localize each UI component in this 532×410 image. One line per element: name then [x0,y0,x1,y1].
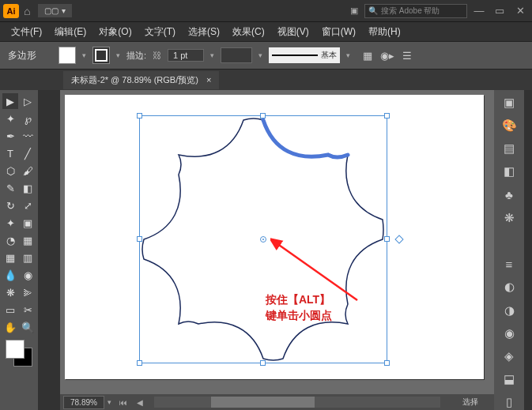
artboard-tool[interactable]: ▭ [2,302,18,318]
handle-tm[interactable] [260,113,266,118]
menu-effect[interactable]: 效果(C) [226,23,271,41]
hand-tool[interactable]: ✋ [2,319,18,335]
status-bar: 78.89%▾ ⏮ ◀ 选择 [60,394,494,410]
restore-button[interactable]: ▭ [491,4,508,18]
doc-icon[interactable]: ▣ [350,6,358,16]
menubar: 文件(F) 编辑(E) 对象(O) 文字(T) 选择(S) 效果(C) 视图(V… [0,22,532,41]
asset-icon[interactable]: ⬓ [501,372,517,387]
direct-selection-tool[interactable]: ▷ [20,93,36,109]
right-panel: ▣ 🎨 ▤ ◧ ♣ ❋ ≡ ◐ ◑ ◉ ◈ ⬓ ▯ [494,90,524,410]
layers-icon[interactable]: ◈ [501,348,517,363]
app-logo: Ai [3,4,19,18]
rotate-tool[interactable]: ↻ [2,197,18,213]
shape-tool[interactable]: ⬡ [2,163,18,179]
canvas-wrap: 按住【ALT】 键单击小圆点 78.89%▾ ⏮ ◀ 选择 [60,90,494,410]
stroke-panel-icon[interactable]: ≡ [501,257,517,272]
magic-wand-tool[interactable]: ✦ [2,111,18,126]
menu-select[interactable]: 选择(S) [182,23,226,41]
transparency-icon[interactable]: ◑ [501,303,517,318]
free-transform-tool[interactable]: ▣ [20,215,36,231]
annotation-text: 按住【ALT】 键单击小圆点 [266,292,332,323]
line-tool[interactable]: ╱ [20,145,36,161]
graph-tool[interactable]: ⫸ [20,284,36,300]
gradient-tool[interactable]: ▥ [20,250,36,265]
handle-tr[interactable] [384,113,390,118]
swatches-icon[interactable]: ▤ [501,141,517,156]
brushes-icon[interactable]: ♣ [501,187,517,202]
slice-tool[interactable]: ✂ [20,302,36,318]
stroke-weight-input[interactable]: 1 pt [168,49,204,62]
stroke-profile-dropdown[interactable] [221,47,252,63]
stroke-swatch[interactable] [92,47,110,64]
width-tool[interactable]: ✦ [2,215,18,231]
menu-icon[interactable]: ☰ [402,50,412,62]
curvature-tool[interactable]: 〰 [20,128,36,144]
nav-prev-icon[interactable]: ◀ [132,398,148,407]
pen-tool[interactable]: ✒ [2,128,18,144]
opacity-icon[interactable]: ▦ [363,50,372,62]
artboards-icon[interactable]: ▯ [501,395,517,410]
type-tool[interactable]: T [2,145,18,161]
home-icon[interactable]: ⌂ [24,5,30,17]
perspective-tool[interactable]: ▦ [20,232,36,248]
tab-close-icon[interactable]: × [206,75,211,85]
search-placeholder: 搜索 Adobe 帮助 [381,6,440,17]
menu-edit[interactable]: 编辑(E) [48,23,92,41]
h-scrollbar[interactable] [154,397,440,408]
style-icon[interactable]: ◉▸ [380,50,394,62]
close-button[interactable]: ✕ [511,4,529,18]
minimize-button[interactable]: — [470,4,488,18]
mesh-tool[interactable]: ▦ [2,250,18,265]
menu-object[interactable]: 对象(O) [92,23,138,41]
blend-tool[interactable]: ◉ [20,267,36,283]
menu-type[interactable]: 文字(T) [138,23,182,41]
handle-bl[interactable] [137,360,142,366]
live-corner-widget[interactable] [394,235,403,243]
fill-swatch[interactable] [58,47,76,64]
gradient-panel-icon[interactable]: ◐ [501,280,517,295]
menu-window[interactable]: 窗口(W) [315,23,362,41]
document-tabs: 未标题-2* @ 78.89% (RGB/预览) × [0,70,532,90]
handle-br[interactable] [384,360,390,366]
menu-help[interactable]: 帮助(H) [362,23,407,41]
handle-mr[interactable] [384,236,390,242]
brush-tool[interactable]: 🖌 [20,163,36,179]
eraser-tool[interactable]: ◧ [20,180,36,196]
canvas[interactable]: 按住【ALT】 键单击小圆点 [65,95,489,389]
status-selection: 选择 [447,397,494,408]
lasso-tool[interactable]: ℘ [20,111,36,126]
search-input[interactable]: 🔍 搜索 Adobe 帮助 [364,4,467,18]
menu-view[interactable]: 视图(V) [271,23,315,41]
titlebar: Ai ⌂ ▢▢ ▾ ▣ 🔍 搜索 Adobe 帮助 — ▭ ✕ [0,0,532,22]
stroke-label: 描边: [126,50,146,62]
toolbox: ▶▷ ✦℘ ✒〰 T╱ ⬡🖌 ✎◧ ↻⤢ ✦▣ ◔▦ ▦▥ 💧◉ ❋⫸ ▭✂ ✋… [0,90,38,410]
zoom-tool[interactable]: 🔍 [20,319,36,335]
zoom-level[interactable]: 78.89% [63,396,104,409]
eyedropper-tool[interactable]: 💧 [2,267,18,283]
shape-builder-tool[interactable]: ◔ [2,232,18,248]
nav-first-icon[interactable]: ⏮ [115,398,132,407]
handle-tl[interactable] [137,113,142,118]
scale-tool[interactable]: ⤢ [20,197,36,213]
color-icon[interactable]: 🎨 [501,118,517,133]
symbol-tool[interactable]: ❋ [2,284,18,300]
selection-tool[interactable]: ▶ [2,93,18,109]
properties-icon[interactable]: ▣ [501,95,517,110]
artboard[interactable]: 按住【ALT】 键单击小圆点 [65,95,484,379]
symbols-icon[interactable]: ❋ [501,210,517,225]
center-point-icon[interactable] [260,236,266,243]
handle-bm[interactable] [260,360,266,366]
libraries-icon[interactable]: ◧ [501,164,517,179]
appearance-icon[interactable]: ◉ [501,325,517,340]
layout-dropdown[interactable]: ▢▢ ▾ [38,4,72,17]
tab-document[interactable]: 未标题-2* @ 78.89% (RGB/预览) × [63,71,219,89]
shape-label: 多边形 [8,49,36,62]
brush-dropdown[interactable]: 基本 [269,47,340,63]
tab-title: 未标题-2* @ 78.89% (RGB/预览) [71,74,198,86]
fill-stroke-swatches[interactable] [6,340,32,367]
handle-ml[interactable] [137,236,142,242]
shaper-tool[interactable]: ✎ [2,180,18,196]
control-bar: 多边形 ▾ ▾ 描边: ⛓ 1 pt▾ ▾ 基本▾ ▦ ◉▸ ☰ [0,41,532,70]
menu-file[interactable]: 文件(F) [5,23,48,41]
link-icon[interactable]: ⛓ [153,51,161,60]
